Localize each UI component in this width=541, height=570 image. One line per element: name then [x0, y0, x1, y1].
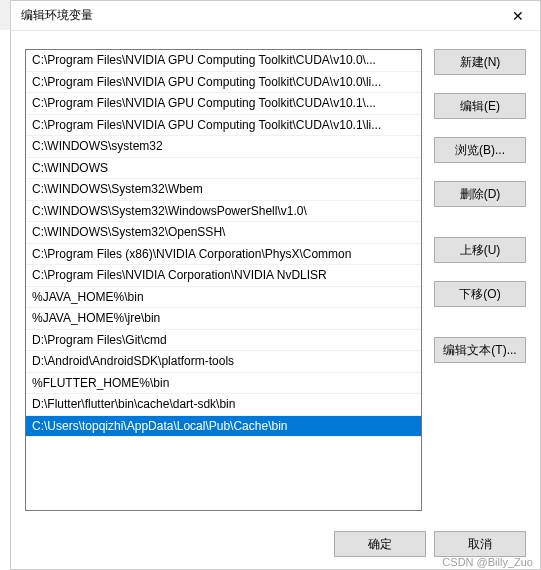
list-item[interactable]: %JAVA_HOME%\bin [26, 287, 421, 309]
background-window-hint [0, 30, 10, 570]
list-item[interactable]: C:\Program Files\NVIDIA GPU Computing To… [26, 72, 421, 94]
dialog-body: C:\Program Files\NVIDIA GPU Computing To… [11, 31, 540, 521]
list-item[interactable]: D:\Android\AndroidSDK\platform-tools [26, 351, 421, 373]
list-item[interactable]: C:\WINDOWS\System32\WindowsPowerShell\v1… [26, 201, 421, 223]
close-icon: ✕ [512, 8, 524, 24]
list-item[interactable]: %FLUTTER_HOME%\bin [26, 373, 421, 395]
list-item[interactable]: C:\Program Files\NVIDIA GPU Computing To… [26, 115, 421, 137]
ok-button[interactable]: 确定 [334, 531, 426, 557]
list-item[interactable]: C:\WINDOWS\System32\OpenSSH\ [26, 222, 421, 244]
list-item[interactable]: C:\WINDOWS\system32 [26, 136, 421, 158]
edit-button[interactable]: 编辑(E) [434, 93, 526, 119]
list-item[interactable]: C:\Program Files\NVIDIA GPU Computing To… [26, 50, 421, 72]
edit-env-var-dialog: 编辑环境变量 ✕ C:\Program Files\NVIDIA GPU Com… [10, 0, 541, 570]
move-up-button[interactable]: 上移(U) [434, 237, 526, 263]
list-item[interactable]: C:\WINDOWS\System32\Wbem [26, 179, 421, 201]
list-item[interactable]: C:\Program Files (x86)\NVIDIA Corporatio… [26, 244, 421, 266]
list-item[interactable]: C:\Program Files\NVIDIA Corporation\NVID… [26, 265, 421, 287]
list-item[interactable]: C:\Program Files\NVIDIA GPU Computing To… [26, 93, 421, 115]
dialog-footer: 确定 取消 [11, 521, 540, 569]
path-listbox[interactable]: C:\Program Files\NVIDIA GPU Computing To… [25, 49, 422, 511]
list-item[interactable]: D:\Flutter\flutter\bin\cache\dart-sdk\bi… [26, 394, 421, 416]
cancel-button[interactable]: 取消 [434, 531, 526, 557]
list-item[interactable]: D:\Program Files\Git\cmd [26, 330, 421, 352]
list-item[interactable]: %JAVA_HOME%\jre\bin [26, 308, 421, 330]
window-title: 编辑环境变量 [21, 7, 93, 24]
edit-text-button[interactable]: 编辑文本(T)... [434, 337, 526, 363]
list-item[interactable]: C:\WINDOWS [26, 158, 421, 180]
titlebar: 编辑环境变量 ✕ [11, 1, 540, 31]
browse-button[interactable]: 浏览(B)... [434, 137, 526, 163]
list-item[interactable]: C:\Users\topqizhi\AppData\Local\Pub\Cach… [26, 416, 421, 438]
delete-button[interactable]: 删除(D) [434, 181, 526, 207]
new-button[interactable]: 新建(N) [434, 49, 526, 75]
close-button[interactable]: ✕ [498, 2, 538, 30]
move-down-button[interactable]: 下移(O) [434, 281, 526, 307]
side-button-column: 新建(N) 编辑(E) 浏览(B)... 删除(D) 上移(U) 下移(O) 编… [434, 49, 526, 511]
